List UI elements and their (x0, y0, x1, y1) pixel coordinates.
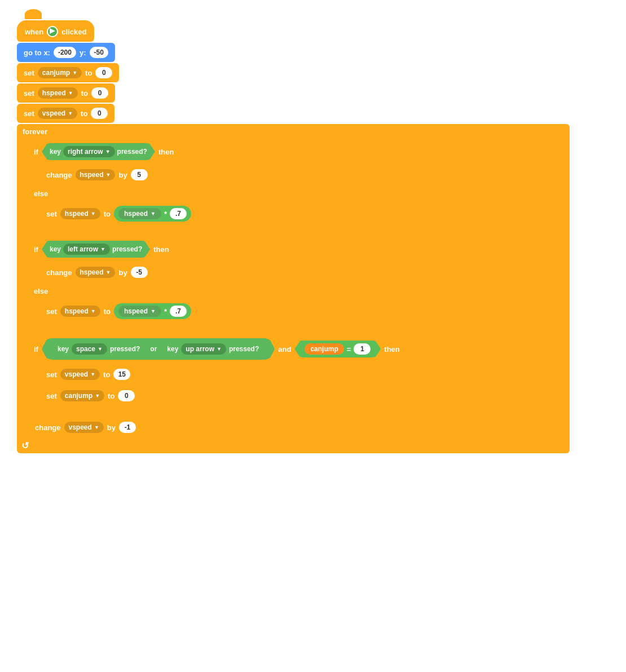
if2-else-body: set hspeed ▼ to hspeed ▼ (39, 298, 570, 325)
event-block[interactable]: when clicked (17, 17, 94, 42)
event-flag-label: clicked (61, 28, 86, 36)
if3-eq-val[interactable]: 1 (354, 343, 371, 355)
if3-eq-var[interactable]: canjump (305, 343, 343, 355)
change-vspeed-val[interactable]: -1 (119, 422, 136, 433)
set3-label: set (24, 109, 34, 118)
if1-set-var[interactable]: hspeed ▼ (60, 208, 100, 219)
if1-mult-var[interactable]: hspeed ▼ (118, 208, 161, 219)
set3-var-dropdown[interactable]: vspeed ▼ (38, 108, 77, 119)
goto-x-value[interactable]: -200 (54, 47, 76, 58)
if3-set2-val[interactable]: 0 (118, 390, 135, 401)
loop-icon: ↺ (21, 440, 29, 451)
if1-if-label: if (34, 148, 38, 156)
if3-or-label: or (150, 345, 157, 353)
if2-else-label: else (28, 284, 570, 298)
set1-label: set (24, 69, 34, 77)
forever-inner-blocks: if key right arrow ▼ pressed? then (28, 139, 570, 438)
if2-by-label: by (118, 268, 127, 277)
if1-pressed-label: pressed? (117, 148, 147, 156)
main-block-stack: when clicked go to x: -200 y: -50 set ca… (17, 17, 609, 454)
if2-change-var[interactable]: hspeed ▼ (76, 267, 116, 278)
if3-key-space-condition[interactable]: key space ▼ pressed? (51, 341, 147, 357)
if1-to-label: to (104, 210, 111, 218)
if2-set-block[interactable]: set hspeed ▼ to hspeed ▼ (39, 299, 570, 323)
if1-change-var[interactable]: hspeed ▼ (76, 169, 116, 180)
if3-pressed2-label: pressed? (229, 345, 259, 353)
if2-key-label: key (50, 245, 61, 253)
if3-set1-var[interactable]: vspeed ▼ (60, 369, 100, 380)
forever-block[interactable]: forever if key right arrow ▼ pressed? (17, 124, 570, 453)
if3-eq-op: = (347, 345, 351, 353)
if1-key-arrow: ▼ (105, 149, 111, 154)
if3-key2-dropdown[interactable]: up arrow ▼ (181, 343, 226, 355)
goto-block[interactable]: go to x: -200 y: -50 (17, 43, 115, 62)
set2-var-dropdown[interactable]: hspeed ▼ (38, 87, 78, 99)
set1-var-dropdown[interactable]: canjump ▼ (38, 67, 82, 78)
green-flag-icon (47, 26, 58, 37)
goto-y-value[interactable]: -50 (90, 47, 108, 58)
if2-set-var[interactable]: hspeed ▼ (60, 306, 100, 317)
if2-change-block[interactable]: change hspeed ▼ by -5 (39, 263, 570, 282)
if2-condition[interactable]: key left arrow ▼ pressed? (42, 241, 150, 258)
if3-set2-label: set (46, 392, 57, 400)
if3-set2-var[interactable]: canjump ▼ (60, 390, 104, 401)
goto-y-label: y: (80, 48, 86, 57)
set1-to-label: to (85, 69, 92, 77)
if1-by-val[interactable]: 5 (131, 169, 148, 180)
if3-set-canjump-block[interactable]: set canjump ▼ to 0 (39, 386, 570, 405)
event-label: when (25, 28, 43, 36)
if3-then-label: then (384, 345, 399, 353)
set2-to-label: to (81, 89, 88, 98)
if3-set2-to: to (108, 392, 114, 400)
set-canjump-block[interactable]: set canjump ▼ to 0 (17, 63, 119, 82)
set-hspeed-block[interactable]: set hspeed ▼ to 0 (17, 83, 115, 103)
if2-mult-val[interactable]: .7 (170, 306, 187, 317)
if2-mult-block[interactable]: hspeed ▼ * .7 (114, 303, 191, 319)
if1-change-label: change (46, 171, 72, 179)
set2-value[interactable]: 0 (91, 87, 108, 99)
forever-bottom: ↺ (17, 438, 570, 453)
set-vspeed-block[interactable]: set vspeed ▼ to 0 (17, 104, 114, 123)
change-vspeed-by-label: by (107, 423, 116, 432)
goto-label: go to x: (24, 48, 50, 57)
set2-dropdown-arrow: ▼ (68, 90, 73, 96)
if3-and-label: and (278, 345, 291, 353)
if2-set-label: set (46, 307, 57, 316)
if3-key-up-condition[interactable]: key up arrow ▼ pressed? (160, 341, 266, 357)
if1-key-label: key (50, 148, 61, 156)
if2-mult-var[interactable]: hspeed ▼ (118, 306, 161, 317)
forever-label: forever (17, 124, 570, 139)
if1-key-dropdown[interactable]: right arrow ▼ (63, 146, 115, 157)
if3-key2-label: key (167, 345, 178, 353)
if-jump-block[interactable]: if key space ▼ pressed? (28, 334, 570, 415)
svg-marker-0 (50, 28, 55, 34)
if2-header: if key left arrow ▼ pressed? then (28, 237, 570, 262)
if3-or-condition[interactable]: key space ▼ pressed? or key (42, 338, 275, 360)
change-vspeed-label: change (35, 423, 61, 432)
if2-mult-op: * (164, 307, 167, 316)
if1-set-block[interactable]: set hspeed ▼ to hspeed ▼ (39, 202, 570, 226)
if-right-arrow-block[interactable]: if key right arrow ▼ pressed? then (28, 139, 570, 235)
set3-value[interactable]: 0 (91, 108, 108, 119)
if3-key1-dropdown[interactable]: space ▼ (72, 343, 107, 355)
if1-change-block[interactable]: change hspeed ▼ by 5 (39, 165, 570, 184)
if3-set1-val[interactable]: 15 (113, 369, 130, 380)
if1-mult-op: * (164, 210, 167, 218)
if2-key-dropdown[interactable]: left arrow ▼ (63, 244, 110, 255)
if-left-arrow-block[interactable]: if key left arrow ▼ pressed? then (28, 237, 570, 332)
if1-body: change hspeed ▼ by 5 (39, 164, 570, 187)
set1-value[interactable]: 0 (95, 67, 112, 78)
if2-by-val[interactable]: -5 (131, 267, 148, 278)
if1-mult-block[interactable]: hspeed ▼ * .7 (114, 206, 191, 222)
if3-set-vspeed-block[interactable]: set vspeed ▼ to 15 (39, 365, 570, 384)
change-vspeed-var[interactable]: vspeed ▼ (64, 422, 104, 433)
if1-then-label: then (158, 148, 174, 156)
set2-label: set (24, 89, 34, 98)
if3-equals-block[interactable]: canjump = 1 (294, 341, 381, 357)
if3-pressed1-label: pressed? (110, 345, 140, 353)
if1-condition[interactable]: key right arrow ▼ pressed? (42, 143, 155, 160)
if3-key1-label: key (58, 345, 69, 353)
change-vspeed-block[interactable]: change vspeed ▼ by -1 (28, 418, 570, 437)
if2-change-label: change (46, 268, 72, 277)
if1-mult-val[interactable]: .7 (170, 208, 187, 219)
